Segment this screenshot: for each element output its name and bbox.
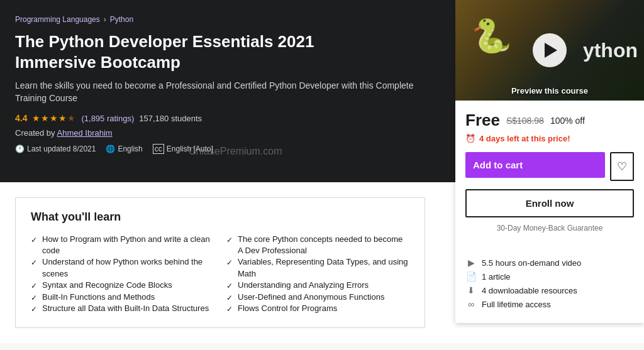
price-free: Free <box>465 111 500 130</box>
learn-item-text: Syntax and Recognize Code Blocks <box>42 280 172 291</box>
learn-grid: ✓ How to Program with Python and write a… <box>31 234 409 315</box>
creator-row: Created by Ahmed Ibrahim <box>15 128 430 138</box>
list-item: ✓ The core Python concepts needed to bec… <box>226 234 409 256</box>
heart-icon: ♡ <box>617 160 627 173</box>
list-item: ∞ Full lifetime access <box>465 299 634 309</box>
globe-icon: 🌐 <box>106 145 115 153</box>
price-original: S$108.98 <box>506 116 544 126</box>
includes-title: This course includes: <box>465 241 634 251</box>
learn-items-right: ✓ The core Python concepts needed to bec… <box>226 234 409 315</box>
last-updated-text: Last updated 8/2021 <box>27 145 96 153</box>
captions-text: English [Auto] <box>167 145 213 153</box>
price-discount: 100% off <box>550 116 585 126</box>
rating-number: 4.4 <box>15 113 27 123</box>
list-item: ✓ Understanding and Analyzing Errors <box>226 280 409 292</box>
article-icon: 📄 <box>465 271 477 282</box>
learn-item-text: The core Python concepts needed to becom… <box>238 234 409 256</box>
course-title: The Python Developer Essentials 2021Imme… <box>15 31 430 72</box>
learn-item-text: Variables, Representing Data Types, and … <box>238 256 409 279</box>
list-item: ✓ Built-In Functions and Methods <box>31 292 214 304</box>
download-icon: ⬇ <box>465 285 477 295</box>
includes-list: ▶ 5.5 hours on-demand video 📄 1 article … <box>465 258 634 309</box>
guarantee-text: 30-Day Money-Back Guarantee <box>465 224 634 232</box>
breadcrumb-part1[interactable]: Programming Languages <box>15 15 100 24</box>
price-row: Free S$108.98 100% off <box>465 111 634 130</box>
captions-icon: cc <box>153 144 164 154</box>
check-icon: ✓ <box>31 304 37 315</box>
check-icon: ✓ <box>31 258 37 268</box>
check-icon: ✓ <box>226 293 233 304</box>
learn-item-text: Structure all Data with Built-In Data St… <box>42 303 209 314</box>
check-icon: ✓ <box>226 304 233 315</box>
rating-count[interactable]: (1,895 ratings) <box>81 114 134 123</box>
learn-box: What you'll learn ✓ How to Program with … <box>15 197 425 328</box>
add-to-cart-button[interactable]: Add to cart <box>465 152 605 178</box>
learn-title: What you'll learn <box>31 211 409 224</box>
breadcrumb-separator: › <box>104 15 106 24</box>
video-icon: ▶ <box>465 258 477 268</box>
list-item: ▶ 5.5 hours on-demand video <box>465 258 634 268</box>
preview-background: 🐍 ython <box>455 0 644 101</box>
list-item: ✓ How to Program with Python and write a… <box>31 234 214 256</box>
check-icon: ✓ <box>31 281 37 292</box>
learn-items-left: ✓ How to Program with Python and write a… <box>31 234 214 315</box>
breadcrumb: Programming Languages › Python <box>15 15 430 24</box>
clock-icon: 🕐 <box>15 145 25 153</box>
creator-link[interactable]: Ahmed Ibrahim <box>57 128 113 138</box>
language-meta: 🌐 English <box>106 145 142 153</box>
learn-item-text: User-Defined and Anonymous Functions <box>238 292 384 303</box>
timer-icon: ⏰ <box>465 134 475 143</box>
list-item: ✓ Understand of how Python works behind … <box>31 256 214 279</box>
enroll-now-button[interactable]: Enroll now <box>465 189 634 217</box>
main-content: What you'll learn ✓ How to Program with … <box>0 182 440 343</box>
check-icon: ✓ <box>226 235 233 246</box>
list-item: ✓ User-Defined and Anonymous Functions <box>226 292 409 304</box>
timer-text: 4 days left at this price! <box>479 134 570 143</box>
learn-item-text: How to Program with Python and write a c… <box>42 234 214 256</box>
learn-item-text: Flows Control for Programs <box>238 303 337 314</box>
list-item: ✓ Variables, Representing Data Types, an… <box>226 256 409 279</box>
includes-item-3: 4 downloadable resources <box>482 286 577 295</box>
student-count: 157,180 students <box>139 114 202 123</box>
cart-row: Add to cart ♡ <box>465 152 634 183</box>
breadcrumb-part2[interactable]: Python <box>110 15 133 24</box>
wishlist-button[interactable]: ♡ <box>610 152 634 181</box>
list-item: ⬇ 4 downloadable resources <box>465 285 634 295</box>
course-subtitle: Learn the skills you need to become a Pr… <box>15 80 430 104</box>
meta-row: 🕐 Last updated 8/2021 🌐 English cc Engli… <box>15 144 430 154</box>
course-sidebar: 🐍 ython Preview this course Free S$108.9… <box>455 0 644 323</box>
check-icon: ✓ <box>31 293 37 304</box>
list-item: 📄 1 article <box>465 271 634 282</box>
timer-row: ⏰ 4 days left at this price! <box>465 134 634 143</box>
list-item: ✓ Structure all Data with Built-In Data … <box>31 303 214 315</box>
includes-item-1: 5.5 hours on-demand video <box>482 258 581 268</box>
course-preview[interactable]: 🐍 ython Preview this course <box>455 0 644 101</box>
star-rating: ★★★★★ <box>32 113 76 123</box>
list-item: ✓ Flows Control for Programs <box>226 303 409 315</box>
learn-item-text: Built-In Functions and Methods <box>42 292 155 303</box>
svg-text:🐍: 🐍 <box>471 16 512 55</box>
check-icon: ✓ <box>226 258 233 268</box>
play-button[interactable] <box>533 33 567 67</box>
check-icon: ✓ <box>226 281 233 292</box>
captions-meta: cc English [Auto] <box>153 144 213 154</box>
list-item: ✓ Syntax and Recognize Code Blocks <box>31 280 214 292</box>
language-text: English <box>118 145 142 153</box>
learn-item-text: Understand of how Python works behind th… <box>42 256 214 279</box>
learn-item-text: Understanding and Analyzing Errors <box>238 280 369 291</box>
preview-label: Preview this course <box>455 86 644 96</box>
creator-label: Created by <box>15 128 55 138</box>
check-icon: ✓ <box>31 235 37 246</box>
includes-item-4: Full lifetime access <box>482 300 551 309</box>
rating-row: 4.4 ★★★★★ (1,895 ratings) 157,180 studen… <box>15 113 430 123</box>
last-updated: 🕐 Last updated 8/2021 <box>15 145 96 153</box>
lifetime-icon: ∞ <box>465 299 477 309</box>
includes-item-2: 1 article <box>482 272 511 282</box>
